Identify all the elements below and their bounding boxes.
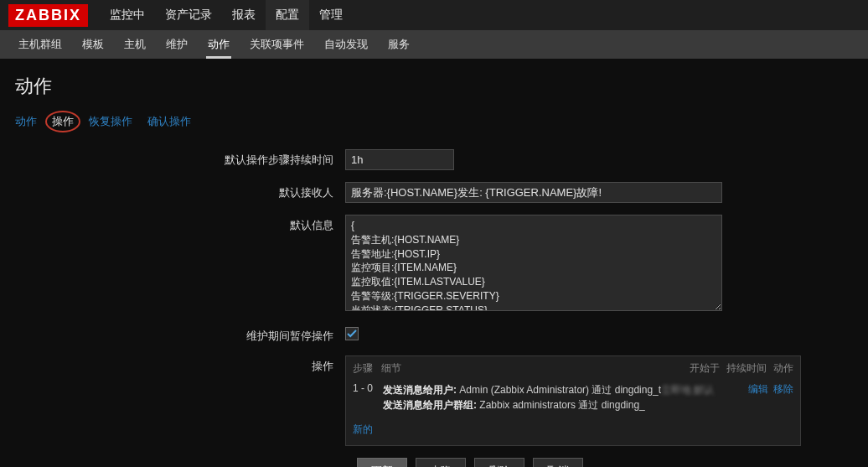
cancel-button[interactable]: 取消: [533, 458, 583, 467]
label-default-subject: 默认接收人: [15, 182, 345, 200]
subnav-actions[interactable]: 动作: [198, 30, 240, 59]
form-area: 默认操作步骤持续时间 默认接收人 默认信息 维护期间暂停操作 操作: [0, 134, 868, 467]
label-operations: 操作: [15, 355, 345, 374]
topnav-monitoring[interactable]: 监控中: [100, 0, 155, 30]
page-title: 动作: [0, 59, 868, 106]
form-tabs: 动作 操作 恢复操作 确认操作: [0, 106, 868, 134]
input-step-duration[interactable]: [345, 149, 454, 170]
delete-button[interactable]: 删除: [474, 458, 524, 467]
topnav-inventory[interactable]: 资产记录: [155, 0, 222, 30]
op-line2-blur: [645, 399, 654, 411]
sub-nav: 主机群组 模板 主机 维护 动作 关联项事件 自动发现 服务: [0, 30, 868, 59]
label-pause-maintenance: 维护期间暂停操作: [15, 325, 345, 344]
ops-header-duration: 持续时间: [726, 361, 767, 376]
op-line2-rest: Zabbix administrators 通过 dingding_: [477, 399, 645, 411]
ops-header-steps: 步骤: [353, 362, 373, 374]
op-line1-blur: 立即地 默认: [661, 384, 714, 396]
operation-row: 1 - 0 发送消息给用户: Admin (Zabbix Administrat…: [353, 379, 793, 416]
op-detail: 发送消息给用户: Admin (Zabbix Administrator) 通过…: [383, 382, 748, 413]
ops-header-start: 开始于: [690, 361, 720, 376]
subnav-services[interactable]: 服务: [378, 30, 420, 59]
op-line1-bold: 发送消息给用户:: [383, 384, 457, 396]
op-line2-bold: 发送消息给用户群组:: [383, 399, 477, 411]
label-step-duration: 默认操作步骤持续时间: [15, 149, 345, 168]
logo: ZABBIX: [8, 4, 88, 27]
checkbox-pause-maintenance[interactable]: [345, 327, 359, 340]
tab-recovery[interactable]: 恢复操作: [89, 114, 132, 129]
label-default-message: 默认信息: [15, 215, 345, 233]
topnav-configuration[interactable]: 配置: [266, 0, 309, 30]
op-remove-link[interactable]: 移除: [773, 382, 793, 397]
op-edit-link[interactable]: 编辑: [748, 382, 768, 397]
tab-action[interactable]: 动作: [15, 114, 37, 129]
button-row: 更新 克隆 删除 取消: [357, 458, 853, 467]
textarea-default-message[interactable]: [345, 215, 722, 311]
topnav-reports[interactable]: 报表: [222, 0, 266, 30]
operations-table: 步骤 细节 开始于 持续时间 动作 1 - 0 发送消息给用户: Admin (…: [345, 355, 801, 446]
subnav-templates[interactable]: 模板: [72, 30, 114, 59]
subnav-hostgroups[interactable]: 主机群组: [8, 30, 72, 59]
subnav-maintenance[interactable]: 维护: [156, 30, 198, 59]
clone-button[interactable]: 克隆: [416, 458, 466, 467]
check-icon: [347, 329, 357, 339]
top-bar: ZABBIX 监控中 资产记录 报表 配置 管理: [0, 0, 868, 30]
tab-acknowledge[interactable]: 确认操作: [147, 114, 191, 129]
op-steps: 1 - 0: [353, 382, 383, 394]
subnav-correlation[interactable]: 关联项事件: [240, 30, 314, 59]
ops-header-action: 动作: [773, 361, 793, 376]
tab-operations[interactable]: 操作: [52, 114, 74, 129]
topnav-administration[interactable]: 管理: [309, 0, 353, 30]
op-line1-rest: Admin (Zabbix Administrator) 通过 dingding…: [457, 384, 661, 396]
subnav-hosts[interactable]: 主机: [114, 30, 156, 59]
ops-header-detail: 细节: [381, 362, 401, 374]
input-default-subject[interactable]: [345, 182, 722, 203]
op-new-link[interactable]: 新的: [353, 423, 373, 435]
update-button[interactable]: 更新: [357, 458, 407, 467]
subnav-discovery[interactable]: 自动发现: [314, 30, 378, 59]
